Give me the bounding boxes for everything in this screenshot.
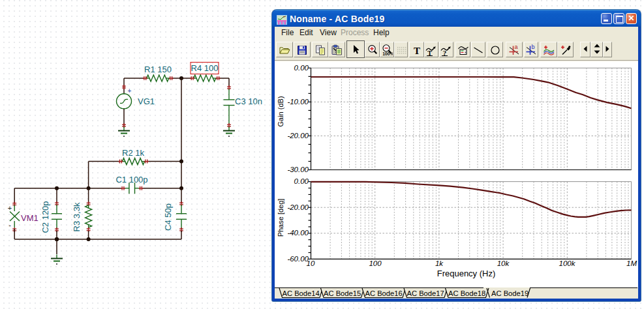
svg-text:100: 100 [369, 259, 382, 267]
svg-text:VG1: VG1 [138, 96, 155, 106]
svg-text:R4 100: R4 100 [191, 63, 219, 73]
svg-text:100k: 100k [559, 259, 576, 267]
svg-text:R2 1k: R2 1k [122, 148, 144, 158]
svg-text:-30.00: -30.00 [287, 166, 309, 173]
svg-text:-20.00: -20.00 [287, 203, 309, 211]
svg-text:a: a [515, 44, 518, 50]
svg-text:T: T [413, 46, 420, 56]
svg-text:AC Bode15: AC Bode15 [324, 289, 361, 297]
svg-text:1k: 1k [435, 259, 444, 267]
svg-text:AC Bode17: AC Bode17 [407, 289, 444, 297]
svg-text:100%: 100% [382, 52, 393, 56]
svg-text:C1 100p: C1 100p [115, 175, 147, 184]
svg-text:x: x [465, 50, 467, 54]
svg-text:?: ? [443, 49, 447, 56]
svg-text:-: - [8, 221, 11, 229]
svg-text:C3 10n: C3 10n [235, 96, 262, 106]
svg-text:-10.00: -10.00 [287, 98, 309, 106]
svg-text:T: T [427, 50, 432, 56]
svg-text:10: 10 [307, 259, 315, 267]
svg-text:0.00: 0.00 [294, 177, 309, 185]
svg-text:AC Bode14: AC Bode14 [283, 289, 320, 297]
svg-text:AC Bode16: AC Bode16 [365, 289, 403, 297]
svg-text:Frequency (Hz): Frequency (Hz) [437, 269, 496, 278]
svg-text:VM1: VM1 [21, 213, 38, 223]
svg-text:0.00: 0.00 [294, 64, 309, 72]
svg-text:Gain (dB): Gain (dB) [277, 96, 284, 126]
svg-text:C2 120p: C2 120p [40, 201, 50, 233]
svg-text:+: + [128, 87, 132, 95]
svg-text:10k: 10k [497, 259, 510, 267]
svg-text:b: b [532, 44, 535, 50]
svg-text:+: + [8, 204, 12, 212]
svg-text:-40.00: -40.00 [287, 229, 309, 237]
svg-text:R1 150: R1 150 [144, 65, 172, 74]
svg-text:1M: 1M [626, 259, 637, 267]
svg-text:R3 3,3k: R3 3,3k [72, 202, 82, 231]
svg-text:-20.00: -20.00 [287, 132, 309, 140]
svg-text:AC Bode19: AC Bode19 [491, 289, 529, 297]
svg-text:Phase [deg]: Phase [deg] [277, 199, 284, 237]
svg-text:C4 50p: C4 50p [163, 203, 173, 231]
svg-text:AC Bode18: AC Bode18 [448, 289, 485, 297]
